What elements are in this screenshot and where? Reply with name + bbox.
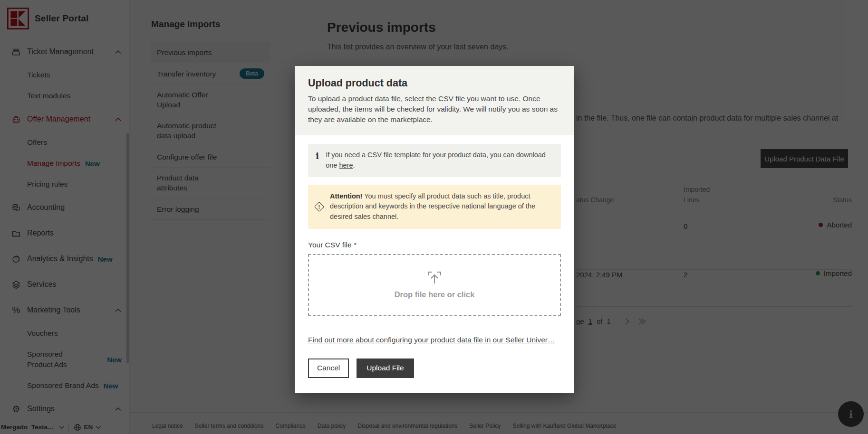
info-text-before: If you need a CSV file template for your…	[326, 151, 546, 169]
csv-file-label: Your CSV file *	[308, 241, 561, 249]
file-dropzone[interactable]: Drop file here or click	[308, 254, 561, 316]
attention-box: ! Attention! You must specify all produc…	[308, 185, 561, 229]
cancel-button[interactable]: Cancel	[308, 359, 349, 378]
upload-product-data-modal: Upload product data To upload a product …	[295, 66, 574, 393]
info-text: If you need a CSV file template for your…	[326, 150, 553, 171]
seller-university-link[interactable]: Find out more about configuring your pro…	[308, 336, 555, 344]
upload-file-button[interactable]: Upload File	[357, 359, 414, 378]
upload-icon	[426, 270, 443, 284]
info-box: i If you need a CSV file template for yo…	[308, 144, 561, 177]
modal-actions: Cancel Upload File	[308, 359, 561, 378]
attention-bold-label: Attention!	[330, 192, 362, 200]
modal-body: i If you need a CSV file template for yo…	[295, 135, 574, 393]
info-icon: i	[316, 151, 319, 160]
alert-diamond-icon: !	[314, 202, 324, 212]
info-text-after: .	[353, 161, 355, 169]
attention-text: Attention! You must specify all product …	[330, 191, 553, 222]
dropzone-label: Drop file here or click	[395, 290, 475, 299]
modal-description: To upload a product data file, select th…	[308, 94, 561, 125]
modal-title: Upload product data	[308, 77, 561, 89]
download-template-link[interactable]: here	[339, 161, 353, 169]
modal-header: Upload product data To upload a product …	[295, 66, 574, 135]
